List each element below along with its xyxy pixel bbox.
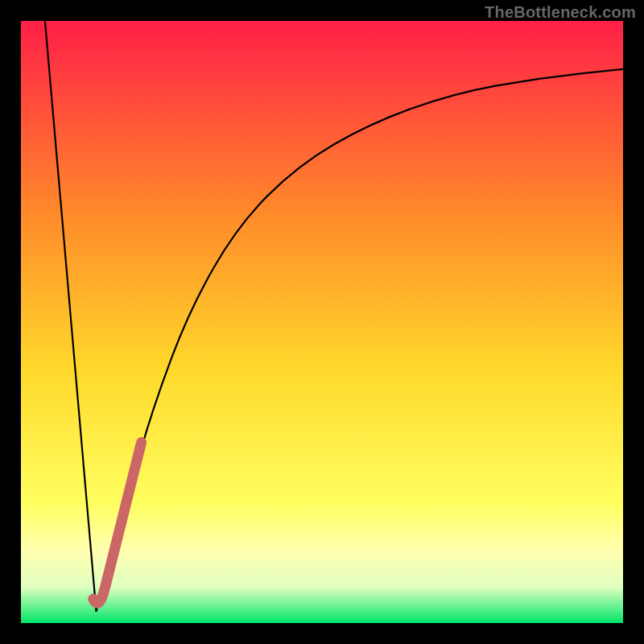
plot-area [21, 21, 623, 623]
gradient-background [21, 21, 623, 623]
chart-frame: TheBottleneck.com [0, 0, 644, 644]
attribution-text: TheBottleneck.com [485, 3, 636, 22]
chart-svg [21, 21, 623, 623]
